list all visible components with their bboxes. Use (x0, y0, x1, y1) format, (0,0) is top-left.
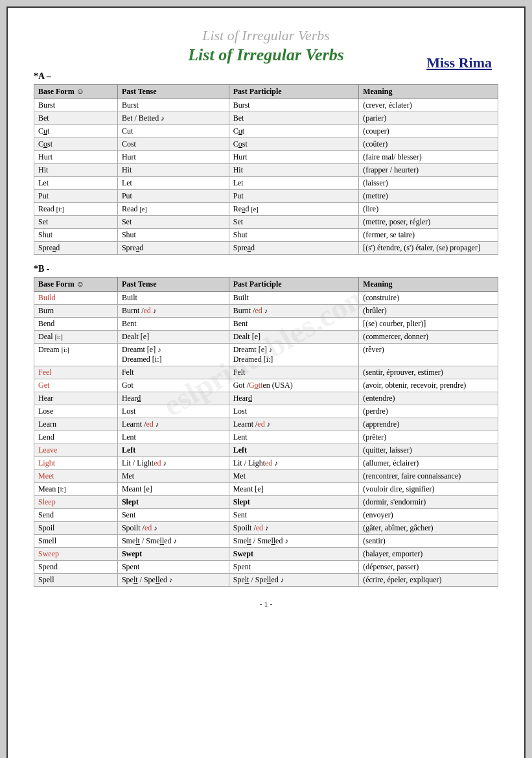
cell-participle: Spread (229, 242, 358, 255)
page-number: - 1 - (34, 600, 498, 610)
table-row: Build Built Built (construire) (34, 292, 498, 305)
cell-meaning: (construire) (359, 292, 498, 305)
cell-base: Burn (34, 305, 118, 318)
cell-past: Cut (117, 125, 229, 138)
table-row: Hear Heard Heard (entendre) (34, 392, 498, 405)
table-row: Sleep Slept Slept (dormir, s'endormir) (34, 496, 498, 509)
cell-base: Get (34, 379, 118, 392)
table-row: Let Let Let (laisser) (34, 177, 498, 190)
cell-past: Hit (117, 164, 229, 177)
cell-past: Spoilt /ed ♪ (117, 522, 229, 535)
cell-past: Felt (117, 366, 229, 379)
cell-meaning: (envoyer) (359, 509, 498, 522)
cell-base: Set (34, 216, 118, 229)
cell-base: Deal [i:] (34, 331, 118, 344)
cell-past: Let (117, 177, 229, 190)
cell-meaning: [(s') étendre, (s') étaler, (se) propage… (359, 242, 498, 255)
cell-participle: Dealt [e] (229, 331, 358, 344)
cell-meaning: (brûler) (359, 305, 498, 318)
page: List of Irregular Verbs List of Irregula… (6, 6, 526, 758)
cell-meaning: (écrire, épeler, expliquer) (359, 574, 498, 587)
cell-past: Lent (117, 431, 229, 444)
cell-past: Burst (117, 99, 229, 112)
cell-base: Sweep (34, 548, 118, 561)
table-row: Send Sent Sent (envoyer) (34, 509, 498, 522)
cell-base: Cost (34, 138, 118, 151)
cell-base: Spread (34, 242, 118, 255)
cell-participle: Lost (229, 405, 358, 418)
cell-meaning: (allumer, éclairer) (359, 457, 498, 470)
cell-participle: Meant [e] (229, 483, 358, 496)
cell-base: Shut (34, 229, 118, 242)
table-row: Set Set Set (mettre, poser, régler) (34, 216, 498, 229)
cell-past: Dreamt [e] ♪Dreamed [i:] (117, 344, 229, 366)
cell-meaning: (dépenser, passer) (359, 561, 498, 574)
header-past-a: Past Tense (117, 85, 229, 99)
cell-participle: Lent (229, 431, 358, 444)
table-row: Burn Burnt /ed ♪ Burnt /ed ♪ (brûler) (34, 305, 498, 318)
header-base-b: Base Form ☺ (34, 278, 118, 292)
table-row: Deal [i:] Dealt [e] Dealt [e] (commercer… (34, 331, 498, 344)
cell-past: Bet / Betted ♪ (117, 112, 229, 125)
table-row: Smell Smelt / Smelled ♪ Smelt / Smelled … (34, 535, 498, 548)
cell-meaning: (laisser) (359, 177, 498, 190)
cell-participle: Let (229, 177, 358, 190)
cell-meaning: (coûter) (359, 138, 498, 151)
cell-meaning: (perdre) (359, 405, 498, 418)
cell-base: Spoil (34, 522, 118, 535)
cell-participle: Put (229, 190, 358, 203)
cell-past: Smelt / Smelled ♪ (117, 535, 229, 548)
cell-participle: Burst (229, 99, 358, 112)
cell-base: Light (34, 457, 118, 470)
cell-participle: Burnt /ed ♪ (229, 305, 358, 318)
cell-past: Met (117, 470, 229, 483)
cell-past: Lost (117, 405, 229, 418)
cell-participle: Cut (229, 125, 358, 138)
cell-past: Burnt /ed ♪ (117, 305, 229, 318)
cell-participle: Bet (229, 112, 358, 125)
cell-participle: Hurt (229, 151, 358, 164)
cell-past: Put (117, 190, 229, 203)
cell-base: Lose (34, 405, 118, 418)
cell-past: Got (117, 379, 229, 392)
cell-meaning: (mettre, poser, régler) (359, 216, 498, 229)
cell-participle: Hit (229, 164, 358, 177)
cell-past: Left (117, 444, 229, 457)
cell-meaning: (sentir, éprouver, estimer) (359, 366, 498, 379)
cell-base: Spell (34, 574, 118, 587)
cell-base: Lend (34, 431, 118, 444)
table-row: Shut Shut Shut (fermer, se taire) (34, 229, 498, 242)
table-row: Bend Bent Bent [(se) courber, plier)] (34, 318, 498, 331)
cell-past: Lit / Lighted ♪ (117, 457, 229, 470)
cell-participle: Got /Gotten (USA) (229, 379, 358, 392)
cell-past: Learnt /ed ♪ (117, 418, 229, 431)
table-row: Leave Left Left (quitter, laisser) (34, 444, 498, 457)
table-row: Light Lit / Lighted ♪ Lit / Lighted ♪ (a… (34, 457, 498, 470)
cell-base: Read [i:] (34, 203, 118, 216)
cell-base: Hurt (34, 151, 118, 164)
table-row: Spread Spread Spread [(s') étendre, (s')… (34, 242, 498, 255)
cell-past: Built (117, 292, 229, 305)
table-row: Burst Burst Burst (crever, éclater) (34, 99, 498, 112)
cell-meaning: (entendre) (359, 392, 498, 405)
cell-past: Hurt (117, 151, 229, 164)
header-meaning-a: Meaning (359, 85, 498, 99)
table-row: Hit Hit Hit (frapper / heurter) (34, 164, 498, 177)
cell-participle: Cost (229, 138, 358, 151)
table-row: Lose Lost Lost (perdre) (34, 405, 498, 418)
cell-base: Bend (34, 318, 118, 331)
cell-participle: Learnt /ed ♪ (229, 418, 358, 431)
cell-participle: Dreamt [e] ♪Dreamed [i:] (229, 344, 358, 366)
cell-participle: Spent (229, 561, 358, 574)
cell-participle: Built (229, 292, 358, 305)
cell-meaning: (crever, éclater) (359, 99, 498, 112)
cell-base: Cut (34, 125, 118, 138)
cell-past: Spread (117, 242, 229, 255)
cell-base: Hit (34, 164, 118, 177)
cell-base: Burst (34, 99, 118, 112)
header-past-b: Past Tense (117, 278, 229, 292)
table-row: Dream [i:] Dreamt [e] ♪Dreamed [i:] Drea… (34, 344, 498, 366)
section-a-table: Base Form ☺ Past Tense Past Participle M… (34, 84, 498, 255)
cell-participle: Sent (229, 509, 358, 522)
table-row: Spend Spent Spent (dépenser, passer) (34, 561, 498, 574)
